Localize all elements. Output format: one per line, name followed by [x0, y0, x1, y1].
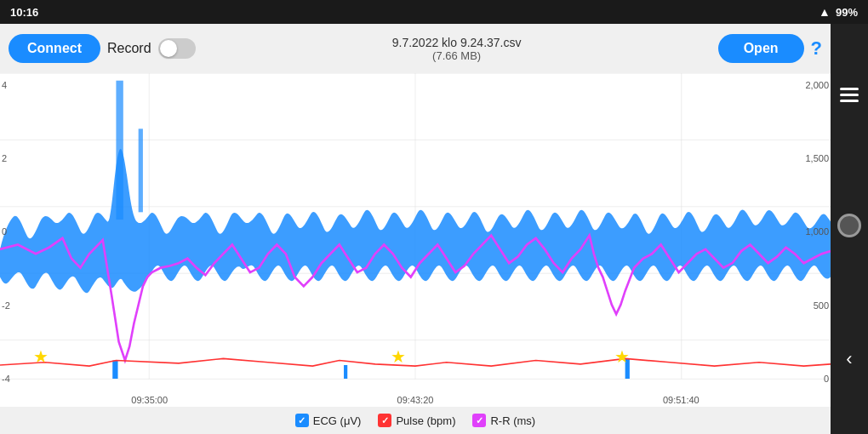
file-name: 9.7.2022 klo 9.24.37.csv	[203, 36, 711, 49]
right-sidebar: ‹	[831, 24, 868, 434]
help-button[interactable]: ?	[811, 37, 822, 60]
legend: ✓ ECG (μV) ✓ Pulse (bpm) ✓ R-R (ms)	[0, 407, 831, 434]
y-label-2000-right: 2,000	[805, 80, 829, 90]
svg-rect-12	[112, 361, 117, 380]
legend-checkbox-rr: ✓	[472, 414, 486, 427]
y-label-neg4-left: -4	[2, 374, 10, 384]
chart-svg	[0, 73, 831, 407]
top-bar: Connect Record 9.7.2022 klo 9.24.37.csv …	[0, 24, 831, 73]
x-label-0935: 09:35:00	[131, 395, 168, 405]
star-marker-2: ★	[391, 346, 406, 367]
legend-pulse-label: Pulse (bpm)	[396, 414, 455, 427]
star-marker-1: ★	[33, 346, 49, 367]
x-label-0943: 09:43:20	[397, 395, 434, 405]
svg-rect-10	[116, 81, 123, 220]
y-label-0-right: 0	[824, 374, 829, 384]
open-button[interactable]: Open	[718, 34, 804, 63]
y-label-0-left: 0	[2, 226, 7, 237]
y-label-neg2-left: -2	[2, 300, 10, 311]
chart-container: 4 2 0 -2 -4 2,000 1,500 1,000 500 0 09:3…	[0, 73, 831, 407]
top-bar-left: Connect Record	[9, 34, 196, 63]
legend-pulse: ✓ Pulse (bpm)	[378, 414, 455, 427]
svg-rect-16	[840, 94, 859, 96]
svg-rect-11	[139, 128, 143, 212]
legend-ecg-label: ECG (μV)	[313, 414, 362, 427]
status-bar: 10:16 ▲ 99%	[0, 0, 868, 24]
y-label-500-right: 500	[814, 300, 829, 311]
camera-icon[interactable]	[837, 214, 861, 237]
svg-rect-17	[840, 100, 859, 102]
time-display: 10:16	[10, 6, 38, 19]
top-bar-center: 9.7.2022 klo 9.24.37.csv (7.66 MB)	[203, 36, 711, 62]
main-content: Connect Record 9.7.2022 klo 9.24.37.csv …	[0, 24, 831, 434]
legend-rr: ✓ R-R (ms)	[472, 414, 535, 427]
legend-checkbox-ecg: ✓	[295, 414, 309, 427]
legend-ecg: ✓ ECG (μV)	[295, 414, 362, 427]
svg-rect-15	[840, 88, 859, 90]
connect-button[interactable]: Connect	[9, 34, 100, 63]
battery-display: 99%	[836, 6, 858, 19]
back-icon[interactable]: ‹	[846, 348, 852, 370]
star-marker-3: ★	[614, 346, 630, 367]
x-label-0951: 09:51:40	[663, 395, 700, 405]
record-label: Record	[107, 41, 151, 56]
y-label-2-left: 2	[2, 153, 7, 163]
svg-rect-13	[344, 365, 347, 379]
y-label-1000-right: 1,000	[805, 226, 829, 237]
wifi-icon: ▲	[819, 5, 831, 19]
record-toggle[interactable]	[158, 38, 196, 59]
file-size: (7.66 MB)	[203, 49, 711, 62]
menu-icon[interactable]	[840, 88, 859, 103]
legend-rr-label: R-R (ms)	[490, 414, 535, 427]
legend-checkbox-pulse: ✓	[378, 414, 391, 427]
y-label-1500-right: 1,500	[805, 153, 829, 163]
y-label-4-left: 4	[2, 80, 7, 90]
